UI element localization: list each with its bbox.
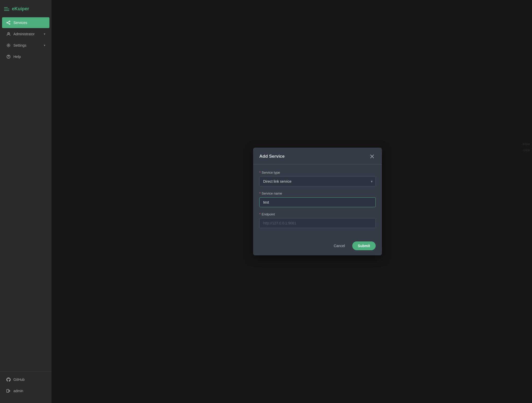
cancel-button[interactable]: Cancel: [330, 242, 349, 250]
sidebar-item-administrator-label: Administrator: [13, 32, 41, 36]
dialog-header: Add Service: [253, 148, 382, 164]
sidebar-item-administrator[interactable]: Administrator ▾: [2, 29, 49, 39]
service-type-select-wrapper: Direct link service REST service gRPC se…: [259, 177, 376, 186]
sidebar-header: eKuiper: [0, 4, 52, 17]
required-star-type: *: [259, 171, 261, 174]
chevron-down-icon: ▾: [44, 32, 45, 36]
svg-point-0: [9, 21, 10, 22]
svg-point-2: [7, 22, 8, 23]
logout-icon: [6, 389, 11, 393]
dialog-close-button[interactable]: [368, 153, 376, 160]
sidebar-item-help-label: Help: [13, 55, 45, 59]
sidebar-nav: Services Administrator ▾ Settin: [0, 17, 52, 371]
add-service-dialog: Add Service * Service type Direct link s…: [253, 148, 382, 255]
github-icon: [6, 377, 11, 382]
share-icon: [6, 20, 11, 25]
main-content: ease rvice Add Service * Service type: [52, 0, 532, 403]
svg-point-6: [9, 33, 10, 34]
svg-point-7: [8, 45, 9, 46]
svg-point-5: [8, 32, 9, 34]
sidebar-item-settings-label: Settings: [13, 43, 41, 47]
service-name-label: * Service name: [259, 191, 376, 195]
sidebar-item-admin-label: admin: [13, 389, 45, 393]
service-type-group: * Service type Direct link service REST …: [259, 171, 376, 186]
gear-icon: [6, 43, 11, 48]
sidebar-item-settings[interactable]: Settings ▾: [2, 40, 49, 51]
person-icon: [6, 32, 11, 36]
endpoint-input[interactable]: [259, 218, 376, 228]
svg-point-1: [9, 23, 10, 24]
service-name-input[interactable]: [259, 197, 376, 207]
sidebar: eKuiper Services: [0, 0, 52, 403]
chevron-down-icon-settings: ▾: [44, 44, 45, 47]
dialog-title: Add Service: [259, 154, 285, 159]
svg-point-9: [8, 57, 9, 58]
svg-line-3: [8, 22, 9, 22]
question-icon: [6, 54, 11, 59]
sidebar-item-github-label: GitHub: [13, 377, 45, 382]
service-type-select[interactable]: Direct link service REST service gRPC se…: [259, 177, 376, 186]
hamburger-icon[interactable]: [4, 7, 9, 11]
sidebar-item-github[interactable]: GitHub: [2, 374, 49, 385]
endpoint-label: * Endpoint: [259, 212, 376, 216]
sidebar-item-services-label: Services: [13, 21, 45, 25]
required-star-name: *: [259, 191, 261, 195]
dialog-footer: Cancel Submit: [253, 237, 382, 255]
required-star-endpoint: *: [259, 212, 261, 216]
svg-line-4: [8, 23, 9, 24]
sidebar-item-admin[interactable]: admin: [2, 385, 49, 396]
dialog-body: * Service type Direct link service REST …: [253, 164, 382, 237]
endpoint-group: * Endpoint: [259, 212, 376, 228]
sidebar-item-services[interactable]: Services: [2, 17, 49, 28]
service-type-label: * Service type: [259, 171, 376, 174]
sidebar-bottom: GitHub admin: [0, 371, 52, 399]
app-title: eKuiper: [12, 6, 29, 12]
sidebar-item-help[interactable]: Help: [2, 51, 49, 62]
service-name-group: * Service name: [259, 191, 376, 207]
submit-button[interactable]: Submit: [352, 241, 376, 250]
